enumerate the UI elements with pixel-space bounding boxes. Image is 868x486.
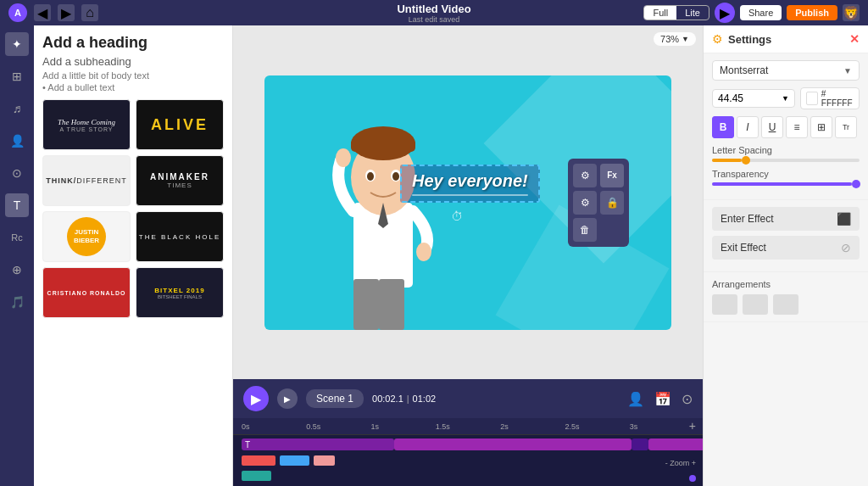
letter-spacing-track[interactable] (712, 159, 860, 162)
canvas-scene[interactable]: Hey everyone! ⏱ ⚙ Fx ⚙ 🔒 (264, 75, 671, 330)
text-underline (412, 194, 528, 196)
transform-button[interactable]: Tr (835, 116, 857, 138)
font-size-chevron: ▼ (782, 94, 789, 103)
ruler-mark: 0.5s (306, 422, 370, 431)
zoom-level: 73% (660, 34, 679, 44)
app-logo[interactable]: A (8, 3, 27, 22)
canvas-area: 73% ▼ (233, 25, 703, 379)
zoom-controls[interactable]: + (689, 420, 696, 432)
sidebar-item-props[interactable]: ⊙ (5, 161, 29, 185)
color-value: # FFFFFF (821, 89, 854, 108)
canvas-container[interactable]: 73% ▼ (233, 25, 703, 379)
color-picker[interactable]: # FFFFFF (800, 87, 860, 109)
list-item[interactable]: CRISTIANO RONALDO (42, 267, 131, 318)
sidebar-item-characters[interactable]: 👤 (5, 129, 29, 153)
playbar-icons: 👤 📅 ⊙ (627, 391, 693, 407)
sidebar-item-recording[interactable]: Rc (5, 226, 29, 249)
track-clip-pink[interactable] (314, 455, 335, 466)
track-clip-blue[interactable] (280, 455, 309, 466)
font-selector[interactable]: Montserrat ▼ (712, 60, 860, 81)
zoom-badge[interactable]: 73% ▼ (654, 32, 696, 46)
panel-title: Settings (728, 33, 771, 46)
toggle-full[interactable]: Full (644, 6, 676, 20)
zoom-plus-icon[interactable]: + (689, 420, 696, 432)
zoom-dropdown-icon[interactable]: ▼ (682, 35, 689, 43)
template-body[interactable]: Add a little bit of body text (42, 70, 224, 81)
sidebar-item-media[interactable]: ⊞ (5, 64, 29, 88)
record-icon[interactable]: ⊙ (682, 391, 693, 407)
list-item[interactable]: JUSTINBIEBER (42, 211, 131, 262)
publish-button[interactable]: Publish (787, 5, 837, 20)
nav-forward-icon[interactable]: ▶ (58, 4, 75, 21)
right-panel: ⚙ Settings ✕ Montserrat ▼ 44.45 ▼ # FFFF… (703, 25, 868, 486)
zoom-dot[interactable] (689, 475, 696, 482)
font-size-selector[interactable]: 44.45 ▼ (712, 89, 795, 108)
fx-button[interactable]: Fx (600, 164, 624, 187)
transparency-label: Transparency (712, 169, 860, 179)
view-toggle[interactable]: Full Lite (643, 5, 709, 20)
time-icon[interactable]: ⏱ (451, 209, 463, 223)
scene-play-button[interactable]: ▶ (277, 388, 298, 409)
play-button[interactable]: ▶ (243, 386, 269, 411)
more-options-icon[interactable]: 🦁 (843, 4, 860, 21)
letter-spacing-thumb[interactable] (742, 156, 750, 165)
lock-icon[interactable]: 🔒 (600, 191, 624, 215)
exit-effect-button[interactable]: Exit Effect ⊘ (712, 236, 860, 260)
align-button[interactable]: ≡ (786, 116, 808, 138)
ruler-mark: 2s (500, 422, 565, 431)
template-heading[interactable]: Add a heading (42, 34, 224, 52)
sidebar-item-audio[interactable]: 🎵 (5, 290, 29, 314)
close-button[interactable]: ✕ (849, 32, 860, 46)
template-bullet[interactable]: • Add a bullet text (42, 82, 224, 92)
video-title: Untitled Video (397, 3, 470, 15)
sidebar-item-music[interactable]: ♬ (5, 97, 29, 120)
transparency-thumb[interactable] (852, 180, 860, 188)
delete-icon[interactable]: 🗑 (573, 218, 597, 242)
fx-animate-icon[interactable]: ⚙ (573, 164, 597, 187)
left-sidebar: ✦ ⊞ ♬ 👤 ⊙ T Rc ⊕ 🎵 (0, 25, 34, 486)
underline-button[interactable]: U (761, 116, 783, 138)
arrange-btn-1[interactable] (712, 294, 737, 315)
canvas-text-element[interactable]: Hey everyone! (400, 165, 540, 203)
track-clip-long[interactable]: ❯ (648, 439, 703, 450)
ruler-mark: 2.5s (565, 422, 629, 431)
enter-effect-button[interactable]: Enter Effect ⬛ (712, 207, 860, 231)
calendar-icon[interactable]: 📅 (654, 391, 671, 407)
track-clip-teal[interactable] (242, 471, 271, 481)
arrange-btn-2[interactable] (743, 294, 768, 315)
track-clip-red[interactable] (242, 455, 275, 466)
transparency-track[interactable] (712, 182, 860, 186)
nav-back-icon[interactable]: ◀ (34, 4, 51, 21)
nav-home-icon[interactable]: ⌂ (81, 4, 98, 21)
justify-button[interactable]: ⊞ (810, 116, 832, 138)
preview-play-button[interactable]: ▶ (715, 3, 735, 23)
list-item[interactable]: ALIVE (136, 99, 224, 150)
letter-spacing-label: Letter Spacing (712, 145, 860, 155)
bold-button[interactable]: B (712, 116, 734, 138)
share-button[interactable]: Share (740, 5, 782, 20)
canvas-text-content: Hey everyone! (412, 171, 528, 190)
list-item[interactable]: THINK/DIFFERENT (42, 155, 131, 206)
sidebar-item-text[interactable]: T (5, 193, 29, 217)
list-item[interactable]: THE BLACK HOLE (136, 211, 224, 262)
arrange-btn-3[interactable] (773, 294, 798, 315)
svg-rect-3 (351, 139, 415, 152)
arrangements-section: Arrangements (704, 272, 868, 322)
topbar-right: Full Lite ▶ Share Publish 🦁 (643, 3, 860, 23)
zoom-slider[interactable] (689, 475, 696, 482)
list-item[interactable]: The Home Coming A TRUE STORY (42, 99, 131, 150)
track-clip-dark[interactable] (632, 439, 648, 450)
track-clip-main[interactable]: T (242, 439, 394, 450)
letter-spacing-section: Letter Spacing (712, 145, 860, 162)
track-clip-purple[interactable] (394, 439, 632, 450)
list-item[interactable]: ANIMAKER TIMES (136, 155, 224, 206)
avatar-icon[interactable]: 👤 (627, 391, 644, 407)
sidebar-item-templates[interactable]: ✦ (5, 32, 29, 56)
list-item[interactable]: BITXEL 2019 BITSHEET FINALS (136, 267, 224, 318)
sidebar-item-shapes[interactable]: ⊕ (5, 258, 29, 282)
toggle-lite[interactable]: Lite (676, 6, 709, 20)
italic-button[interactable]: I (737, 116, 759, 138)
template-subheading[interactable]: Add a subheading (42, 55, 224, 68)
settings-icon[interactable]: ⚙ (573, 191, 597, 215)
scene-label[interactable]: Scene 1 (306, 389, 364, 408)
